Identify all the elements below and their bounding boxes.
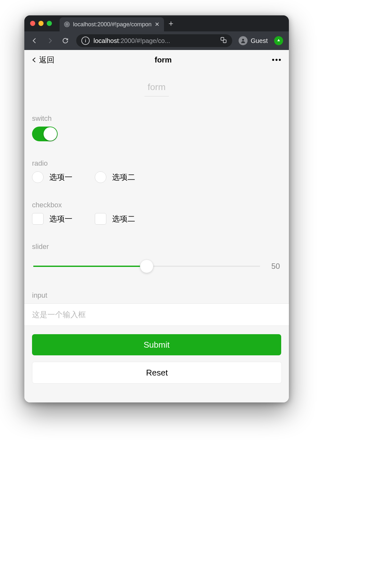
slider-track — [33, 266, 147, 267]
submit-button[interactable]: Submit — [32, 334, 281, 355]
input-field-wrap — [24, 303, 289, 326]
page-viewport: 返回 form ••• form switch radio 选项 — [24, 50, 289, 402]
svg-point-2 — [242, 39, 244, 41]
site-info-icon[interactable]: i — [81, 37, 90, 45]
url-text: localhost:2000/#!page/co... — [94, 37, 216, 45]
extension-badge[interactable] — [274, 36, 283, 45]
profile-label: Guest — [251, 37, 268, 45]
browser-tab[interactable]: localhost:2000/#!page/compon ✕ — [60, 17, 164, 31]
page-title: form — [155, 55, 172, 64]
switch-label: switch — [32, 114, 281, 123]
page-head-title: form — [144, 82, 169, 96]
tab-title: localhost:2000/#!page/compon — [73, 21, 151, 28]
back-label: 返回 — [39, 55, 54, 65]
capsule-menu-icon[interactable]: ••• — [272, 55, 282, 64]
radio-option-label: 选项一 — [49, 172, 72, 182]
radio-option-1[interactable]: 选项一 — [32, 171, 72, 183]
section-radio: radio 选项一 选项二 — [24, 159, 289, 183]
checkbox-option-label: 选项二 — [112, 214, 135, 224]
navigation-bar: 返回 form ••• — [24, 50, 289, 70]
zoom-window-button[interactable] — [47, 21, 52, 26]
address-bar[interactable]: i localhost:2000/#!page/co... — [76, 34, 232, 47]
checkbox-label: checkbox — [32, 201, 281, 209]
checkbox-option-label: 选项一 — [49, 214, 72, 224]
profile-button[interactable]: Guest — [239, 36, 268, 45]
avatar-icon — [239, 36, 248, 45]
switch-control[interactable] — [32, 127, 58, 141]
checkbox-option-2[interactable]: 选项二 — [95, 213, 135, 225]
slider-thumb[interactable] — [140, 260, 153, 273]
new-tab-button[interactable]: + — [168, 19, 173, 28]
back-button[interactable] — [30, 37, 39, 44]
slider-label: slider — [32, 243, 281, 251]
globe-icon — [64, 21, 70, 27]
input-label: input — [32, 291, 289, 300]
radio-option-label: 选项二 — [112, 172, 135, 182]
slider-control[interactable] — [33, 259, 260, 273]
forward-button[interactable] — [45, 37, 54, 44]
button-area: Submit Reset — [24, 326, 289, 384]
radio-icon — [32, 171, 44, 183]
section-input: input — [24, 291, 289, 300]
back-nav[interactable]: 返回 — [31, 55, 54, 65]
minimize-window-button[interactable] — [38, 21, 44, 26]
browser-window: localhost:2000/#!page/compon ✕ + i — [24, 15, 289, 402]
radio-icon — [95, 171, 106, 183]
translate-icon[interactable] — [220, 37, 227, 45]
radio-label: radio — [32, 159, 281, 168]
close-tab-icon[interactable]: ✕ — [155, 21, 159, 27]
reload-button[interactable] — [61, 37, 70, 44]
switch-knob — [44, 127, 57, 141]
close-window-button[interactable] — [30, 21, 35, 26]
checkbox-icon — [32, 213, 44, 225]
reset-button[interactable]: Reset — [32, 362, 282, 384]
radio-option-2[interactable]: 选项二 — [95, 171, 135, 183]
text-input[interactable] — [24, 303, 289, 326]
browser-toolbar: i localhost:2000/#!page/co... Guest — [24, 31, 289, 50]
section-checkbox: checkbox 选项一 选项二 — [24, 201, 289, 225]
section-switch: switch — [24, 114, 289, 141]
checkbox-option-1[interactable]: 选项一 — [32, 213, 72, 225]
window-controls — [30, 21, 52, 26]
checkbox-icon — [95, 213, 106, 225]
browser-chrome: localhost:2000/#!page/compon ✕ + i — [24, 15, 289, 50]
page-head: form — [24, 82, 289, 96]
slider-value: 50 — [267, 262, 280, 271]
section-slider: slider 50 — [24, 243, 289, 273]
tab-strip: localhost:2000/#!page/compon ✕ + — [24, 15, 289, 31]
